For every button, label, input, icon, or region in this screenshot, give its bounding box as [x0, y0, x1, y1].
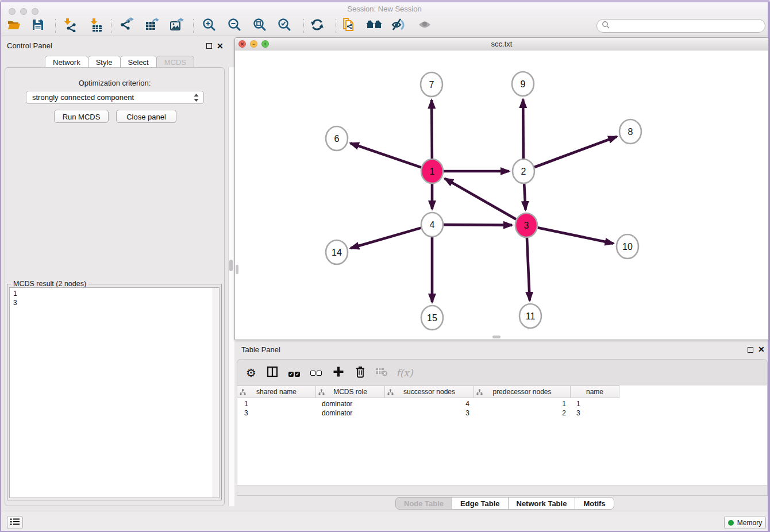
svg-text:14: 14: [332, 248, 342, 257]
first-neighbors-button[interactable]: [364, 17, 384, 34]
table-cell[interactable]: 2: [474, 408, 571, 418]
graph-edge-4-3[interactable]: [444, 225, 512, 225]
graph-node-6[interactable]: 6: [326, 126, 348, 151]
table-row[interactable]: 1dominator411: [237, 399, 768, 408]
clone-network-button[interactable]: [339, 17, 359, 34]
criterion-dropdown[interactable]: strongly connected component: [26, 91, 204, 104]
graph-node-7[interactable]: 7: [421, 72, 442, 97]
table-settings-button[interactable]: ⚙: [242, 364, 260, 382]
graph-node-8[interactable]: 8: [619, 119, 641, 144]
graph-node-1[interactable]: 1: [421, 159, 443, 183]
search-input[interactable]: [610, 20, 765, 32]
canvas-hscroll-thumb[interactable]: [492, 336, 500, 338]
graph-edge-1-7[interactable]: [432, 100, 432, 159]
table-cell[interactable]: 4: [385, 399, 474, 408]
refresh-button[interactable]: [307, 17, 327, 34]
show-all-button[interactable]: [415, 17, 434, 34]
tab-motifs[interactable]: Motifs: [575, 497, 614, 510]
graph-node-11[interactable]: 11: [519, 304, 541, 328]
control-panel-scroll-thumb[interactable]: [229, 260, 233, 271]
save-session-button[interactable]: [28, 17, 48, 34]
table-cell[interactable]: 3: [571, 408, 619, 418]
show-columns-button[interactable]: [263, 364, 282, 382]
import-network-button[interactable]: [60, 17, 79, 34]
table-cell[interactable]: 3: [237, 408, 316, 418]
network-window-titlebar[interactable]: ✕ − + scc.txt: [235, 38, 768, 51]
export-network-button[interactable]: [117, 17, 136, 34]
graph-edge-1-6[interactable]: [351, 143, 421, 167]
export-network-icon: [119, 17, 134, 34]
graph-edge-3-1[interactable]: [445, 179, 516, 219]
table-close-icon[interactable]: ✕: [758, 346, 765, 353]
table-cell[interactable]: 3: [385, 408, 474, 418]
column-header-name[interactable]: name: [571, 385, 619, 398]
dropdown-stepper-icon: [194, 93, 199, 106]
import-table-button[interactable]: [86, 17, 106, 34]
graph-node-4[interactable]: 4: [421, 213, 443, 237]
close-panel-icon[interactable]: ✕: [217, 43, 224, 49]
graph-node-10[interactable]: 10: [617, 234, 638, 259]
zoom-selected-button[interactable]: [275, 17, 294, 34]
columns-icon: [267, 366, 278, 380]
export-image-button[interactable]: [167, 17, 186, 34]
result-scrollbar[interactable]: [213, 288, 219, 498]
graph-edge-3-10[interactable]: [538, 228, 614, 244]
tab-edge-table[interactable]: Edge Table: [452, 497, 508, 510]
column-header-MCDS-role[interactable]: MCDS role: [316, 385, 385, 398]
table-cell[interactable]: dominator: [316, 408, 385, 418]
table-cell[interactable]: 1: [237, 399, 316, 408]
trash-icon: [355, 365, 366, 380]
close-panel-button[interactable]: Close panel: [116, 110, 176, 123]
tab-network[interactable]: Network: [45, 56, 88, 68]
table-cell[interactable]: dominator: [316, 399, 385, 408]
graph-node-2[interactable]: 2: [513, 159, 534, 183]
graph-edge-2-9[interactable]: [523, 99, 523, 159]
graph-node-14[interactable]: 14: [326, 240, 348, 264]
hide-selected-button[interactable]: [389, 17, 409, 34]
zoom-fit-button[interactable]: [250, 17, 270, 34]
graph-node-3[interactable]: 3: [515, 213, 537, 237]
add-column-button[interactable]: [329, 364, 348, 382]
graph-edge-3-11[interactable]: [527, 238, 530, 300]
refresh-icon: [310, 17, 325, 34]
table-cell[interactable]: 1: [474, 399, 571, 408]
select-all-button[interactable]: ✓✓: [285, 364, 303, 382]
tab-select[interactable]: Select: [120, 56, 157, 68]
memory-button[interactable]: Memory: [724, 516, 766, 529]
graph-node-15[interactable]: 15: [421, 306, 443, 330]
table-hscrollbar[interactable]: [237, 485, 767, 495]
column-header-predecessor-nodes[interactable]: predecessor nodes: [474, 385, 571, 398]
graph-edge-2-8[interactable]: [534, 137, 617, 167]
table-cell[interactable]: 1: [571, 399, 619, 408]
graph-edge-4-14[interactable]: [351, 228, 421, 248]
tab-mcds[interactable]: MCDS: [156, 56, 194, 68]
column-header-successor-nodes[interactable]: successor nodes: [385, 385, 474, 398]
network-canvas[interactable]: 1234678910111415: [235, 51, 768, 340]
task-history-button[interactable]: [7, 516, 23, 529]
search-field[interactable]: [596, 19, 765, 33]
canvas-vscroll-thumb[interactable]: [236, 265, 238, 274]
delete-column-button[interactable]: [351, 364, 369, 382]
float-panel-icon[interactable]: [206, 43, 212, 49]
tab-node-table[interactable]: Node Table: [395, 497, 452, 510]
graph-node-9[interactable]: 9: [512, 72, 534, 96]
function-builder-button[interactable]: f(x): [395, 364, 414, 382]
column-header-shared-name[interactable]: shared name: [237, 385, 316, 398]
delete-table-button[interactable]: [372, 364, 391, 382]
graph-edge-2-3[interactable]: [524, 184, 525, 210]
zoom-in-button[interactable]: [199, 17, 219, 34]
mcds-result-box[interactable]: 1 3: [9, 287, 220, 498]
run-mcds-button[interactable]: Run MCDS: [54, 110, 109, 123]
table-row[interactable]: 3dominator323: [237, 408, 768, 418]
tab-style[interactable]: Style: [88, 56, 121, 68]
svg-text:4: 4: [430, 220, 435, 230]
open-session-button[interactable]: [4, 17, 24, 34]
control-panel-scrollbar[interactable]: [228, 67, 234, 506]
table-float-icon[interactable]: [748, 347, 753, 353]
deselect-all-icon: [310, 368, 322, 378]
deselect-all-button[interactable]: [307, 364, 325, 382]
plus-icon: [333, 366, 344, 380]
zoom-out-button[interactable]: [225, 17, 244, 34]
export-table-button[interactable]: [142, 17, 161, 34]
tab-network-table[interactable]: Network Table: [508, 497, 576, 510]
